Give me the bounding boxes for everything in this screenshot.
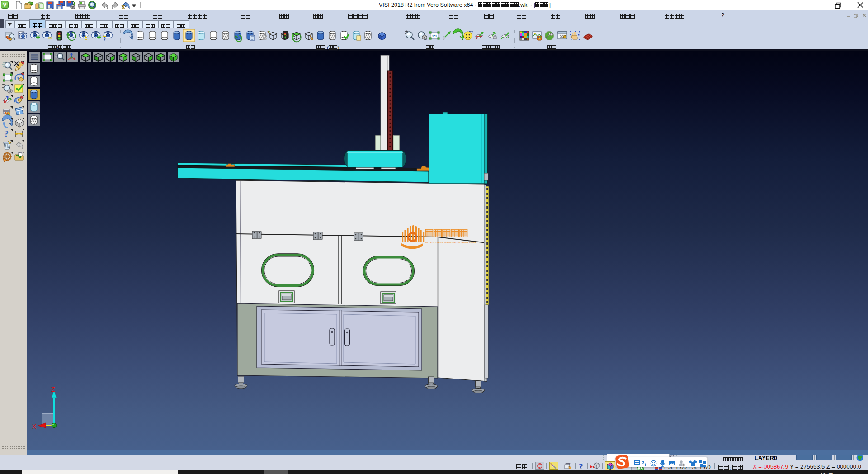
svg-text:7: 7 [683,464,684,467]
